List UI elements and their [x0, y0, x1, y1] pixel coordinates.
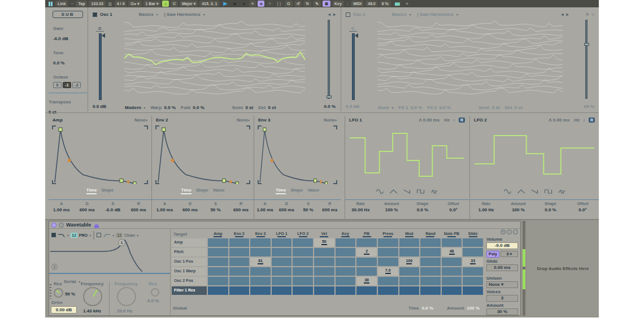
matrix-cell[interactable]	[229, 277, 250, 285]
osc1-position-value[interactable]: 0.0 %	[324, 104, 336, 109]
device-activator-toggle[interactable]	[51, 223, 56, 228]
lfo1-attack-value[interactable]: Λ 0.00 ms	[419, 118, 440, 123]
osc2-position-value[interactable]: 69 %	[584, 104, 594, 109]
unison-menu[interactable]: None ▾	[486, 281, 518, 288]
matrix-cell[interactable]: 38	[356, 277, 377, 285]
tab-slope[interactable]: Slope	[196, 188, 208, 194]
osc2-position-slider[interactable]	[585, 20, 588, 99]
fader-handle[interactable]	[355, 33, 358, 38]
offset-value[interactable]: 0.0°	[567, 207, 599, 212]
stop-button[interactable]: ■	[231, 1, 238, 7]
env2-target-menu[interactable]: None	[237, 118, 248, 123]
sub-button[interactable]: SUB	[53, 11, 83, 18]
scale-name-menu[interactable]: Major ▾	[180, 1, 198, 7]
osc2-gain-fader[interactable]: C	[346, 22, 360, 100]
sustain-value[interactable]: 50 %	[298, 207, 319, 212]
lfo-shape-triangle-icon[interactable]	[389, 186, 398, 197]
menu-button[interactable]: ≡	[403, 1, 410, 7]
matrix-cell[interactable]	[272, 277, 292, 285]
matrix-cell[interactable]	[356, 286, 377, 295]
matrix-cell[interactable]	[420, 248, 441, 256]
octave-minus2-button[interactable]: -2	[72, 82, 81, 88]
env2-display[interactable]	[155, 125, 250, 184]
osc2-circle-view-icon[interactable]: ○	[591, 12, 594, 17]
osc2-semi-value[interactable]: 0 st	[492, 105, 500, 110]
matrix-cell[interactable]	[272, 248, 292, 256]
matrix-cell[interactable]	[463, 248, 483, 256]
filter-response-display[interactable]: 1 2	[50, 237, 169, 272]
matrix-cell[interactable]	[420, 277, 441, 285]
osc2-detune-value[interactable]: 0 ct	[515, 105, 523, 110]
matrix-cell[interactable]	[420, 267, 441, 276]
env3-target-menu[interactable]: None	[324, 118, 335, 123]
octave-minus1-button[interactable]: -1	[63, 82, 71, 88]
matrix-cell[interactable]	[272, 267, 292, 276]
matrix-cell[interactable]	[336, 286, 356, 295]
lfo1-hz-mode-button[interactable]: Hz	[444, 118, 450, 123]
volume-field[interactable]: -9.0 dB	[486, 242, 518, 249]
matrix-row-label[interactable]: Osc 1 Warp	[172, 267, 207, 276]
tab-value[interactable]: Value	[307, 188, 319, 194]
osc1-position-slider[interactable]	[328, 20, 330, 99]
lfo-shape-saw-icon[interactable]	[530, 186, 539, 197]
osc2-fx1-value[interactable]: 0.0 %	[411, 105, 422, 110]
filter2-res-knob[interactable]	[151, 288, 159, 297]
lfo2-hz-mode-button[interactable]: Hz	[574, 118, 580, 123]
tab-time[interactable]: Time	[86, 188, 97, 194]
osc1-gain-fader[interactable]: C	[93, 22, 107, 100]
matrix-cell[interactable]	[399, 286, 420, 295]
shape-value[interactable]: 0.0 %	[534, 207, 567, 212]
unison-amount-field[interactable]: 30 %	[486, 308, 518, 315]
matrix-row-label[interactable]: Amp	[172, 238, 207, 247]
hot-swap-icon[interactable]: ↻	[501, 229, 506, 234]
rate-value[interactable]: 30.00 Hz	[345, 207, 376, 212]
io-field[interactable]: 48.0	[365, 1, 378, 7]
matrix-cell[interactable]	[229, 286, 250, 295]
key-field[interactable]: C	[171, 1, 178, 7]
res1-value[interactable]: 50 %	[65, 291, 75, 297]
osc1-activator-checkbox[interactable]	[93, 12, 97, 17]
amp-envelope-display[interactable]	[52, 125, 148, 184]
matrix-cell[interactable]	[314, 267, 334, 276]
undo-button[interactable]: ↺	[294, 1, 302, 7]
osc2-wavetable-menu[interactable]: | Saw Harmonics	[417, 12, 454, 17]
attack-value[interactable]: 1.00 ms	[49, 207, 75, 212]
matrix-cell[interactable]	[336, 248, 356, 256]
matrix-cell[interactable]	[356, 258, 377, 266]
matrix-cell[interactable]	[314, 248, 334, 256]
matrix-cell[interactable]	[250, 277, 271, 285]
matrix-cell[interactable]	[399, 248, 420, 256]
osc2-effect-mode-menu[interactable]: None	[378, 105, 389, 110]
grid-toggle-button[interactable]: ⊞	[323, 1, 330, 7]
overdub-button[interactable]: +	[249, 1, 256, 7]
session-record-button[interactable]: o	[258, 1, 264, 7]
play-button[interactable]: ▶	[221, 1, 229, 7]
release-value[interactable]: 600 ms	[228, 207, 254, 212]
midi-map-button[interactable]: MIDI	[351, 1, 364, 7]
position-handle[interactable]	[584, 43, 589, 46]
lfo2-sync-mode-icon[interactable]: ♪	[583, 118, 585, 123]
matrix-cell[interactable]	[208, 267, 228, 276]
tab-time[interactable]: Time	[276, 188, 286, 194]
matrix-cell-value[interactable]: 7.0	[378, 267, 398, 276]
decay-value[interactable]: 600 ms	[75, 207, 101, 212]
tab-slope[interactable]: Slope	[290, 188, 303, 194]
matrix-cell[interactable]	[463, 286, 483, 295]
matrix-cell[interactable]	[463, 277, 483, 285]
osc1-param2-value[interactable]: 0.0 %	[193, 105, 204, 110]
matrix-cell[interactable]	[250, 248, 271, 256]
rate-value[interactable]: 1.00 Hz	[470, 207, 502, 212]
filter2-badge[interactable]: 2	[51, 264, 58, 270]
matrix-cell[interactable]	[250, 286, 271, 295]
amp-env-target-menu[interactable]: None	[134, 118, 146, 123]
matrix-cell-value[interactable]: 100	[399, 258, 420, 266]
filter1-freq-knob[interactable]	[83, 287, 102, 306]
osc1-detune-value[interactable]: 0 ct	[268, 105, 276, 110]
tab-slope[interactable]: Slope	[101, 188, 114, 194]
osc2-wavetable-visualizer[interactable]	[377, 19, 564, 100]
matrix-cell[interactable]	[463, 267, 483, 276]
poly-voices-menu[interactable]: 8 ▾	[501, 251, 518, 257]
matrix-cell[interactable]	[208, 286, 228, 295]
matrix-cell[interactable]	[442, 258, 462, 266]
matrix-cell[interactable]	[208, 258, 228, 266]
